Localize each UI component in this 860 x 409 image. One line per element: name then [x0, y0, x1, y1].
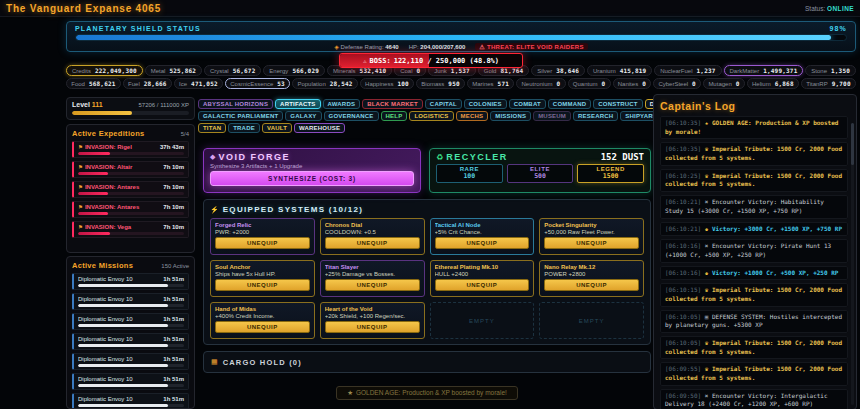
active-expeditions-panel: Active Expeditions 5/4 ⚑ INVASION: Rigel…	[66, 124, 195, 253]
tab[interactable]: GOVERNANCE	[324, 111, 379, 121]
log-entry-icon: ♛	[705, 145, 709, 152]
hull-points: HP: 204,000/207,600	[409, 44, 466, 50]
recycle-option-button[interactable]: ELITE 500	[507, 164, 574, 183]
tab[interactable]: COLONIES	[464, 99, 507, 109]
equipment-card: Heart of the Void +20k Shield, +100 Rege…	[320, 302, 425, 339]
log-entry: [06:10:35] ★ GOLDEN AGE: Production & XP…	[660, 116, 848, 139]
recycle-option-button[interactable]: RARE 100	[436, 164, 503, 183]
resource-chip: Silver 38,646	[531, 65, 585, 76]
boss-health-bar: ⚠ BOSS: 122,110 / 250,000 (48.8%)	[339, 53, 523, 68]
tab[interactable]: CAPITAL	[425, 99, 462, 109]
warning-icon: ⚠	[363, 57, 367, 64]
log-entry-icon: ✖	[705, 242, 709, 249]
tab[interactable]: BLACK MARKET	[362, 99, 423, 109]
tab[interactable]: CONSTRUCT	[593, 99, 642, 109]
tab[interactable]: GALAXY	[285, 111, 321, 121]
unequip-button[interactable]: UNEQUIP	[325, 321, 420, 333]
unequip-button[interactable]: UNEQUIP	[544, 237, 639, 249]
log-entry: [06:10:21] ♚ Victory: +3000 Cr, +1500 XP…	[660, 222, 848, 237]
log-entry-icon: ♛	[705, 365, 709, 372]
expedition-item: ⚑ INVASION: Vega 7h 10m	[72, 221, 189, 238]
expedition-progress	[78, 192, 184, 195]
equipment-card: Chronos Dial COOLDOWN: +0.5 UNEQUIP	[320, 218, 425, 255]
mission-item: Diplomatic Envoy 10 1h 51m	[72, 353, 189, 370]
tab[interactable]: TRADE	[228, 123, 260, 133]
shield-title: PLANETARY SHIELD STATUS	[75, 25, 201, 32]
synthesize-button[interactable]: SYNTHESIZE (COST: 3)	[210, 171, 414, 186]
unequip-button[interactable]: UNEQUIP	[435, 237, 530, 249]
mission-progress	[78, 284, 184, 287]
resource-chip: DarkMatter 1,499,371	[724, 65, 804, 76]
status-value: ONLINE	[827, 5, 854, 12]
tab[interactable]: LOGISTICS	[409, 111, 453, 121]
expedition-item: ⚑ INVASION: Altair 7h 10m	[72, 161, 189, 178]
expeditions-count: 5/4	[181, 131, 189, 137]
empty-slot: EMPTY	[539, 302, 644, 339]
tab[interactable]: COMBAT	[509, 99, 546, 109]
xp-bar	[72, 111, 189, 115]
tab[interactable]: ARTIFACTS	[275, 99, 320, 109]
tab[interactable]: WAREHOUSE	[294, 123, 345, 133]
unequip-button[interactable]: UNEQUIP	[544, 279, 639, 291]
expedition-item: ⚑ INVASION: Antares 7h 10m	[72, 201, 189, 218]
log-scrollbar-thumb[interactable]	[851, 123, 854, 165]
level-panel: Level 111 57206 / 111000 XP	[66, 97, 195, 120]
unequip-button[interactable]: UNEQUIP	[325, 237, 420, 249]
mission-item: Diplomatic Envoy 10 1h 51m	[72, 293, 189, 310]
tab[interactable]: MECHS	[456, 111, 489, 121]
resource-chip: Biomass 950	[416, 78, 465, 89]
resource-chip: Crystal 56,672	[204, 65, 261, 76]
log-title: Captain's Log	[660, 100, 848, 112]
recycle-option-button[interactable]: LEGEND 1500	[577, 164, 644, 183]
void-forge-panel: ◆ VOID FORGE Synthesize 3 Artifacts + 1 …	[203, 148, 421, 193]
tab[interactable]: RESEARCH	[573, 111, 618, 121]
tab[interactable]: HELP	[381, 111, 408, 121]
mission-item: Diplomatic Envoy 10 1h 51m	[72, 373, 189, 390]
main-content: ◆ VOID FORGE Synthesize 3 Artifacts + 1 …	[203, 148, 651, 400]
mission-progress	[78, 344, 184, 347]
unequip-button[interactable]: UNEQUIP	[215, 279, 310, 291]
tab[interactable]: COMMAND	[548, 99, 591, 109]
resource-chip: NuclearFuel 1,237	[654, 65, 721, 76]
equipment-card: Tactical AI Node +5% Crit Chance. UNEQUI…	[430, 218, 535, 255]
log-entry-icon: ♛	[705, 339, 709, 346]
recycle-icon: ♻	[436, 153, 443, 162]
tab[interactable]: MISSIONS	[490, 111, 531, 121]
tab-bar: ABYSSAL HORIZONS ARTIFACTS AWARDS BLACK …	[198, 99, 654, 135]
tab[interactable]: TITAN	[198, 123, 226, 133]
unequip-button[interactable]: UNEQUIP	[215, 237, 310, 249]
unequip-button[interactable]: UNEQUIP	[325, 279, 420, 291]
invasion-flag-icon: ⚑	[78, 164, 83, 170]
unequip-button[interactable]: UNEQUIP	[435, 279, 530, 291]
tab-row-1: ABYSSAL HORIZONS ARTIFACTS AWARDS BLACK …	[198, 99, 654, 109]
resource-chip: Marines 571	[467, 78, 514, 89]
tab[interactable]: GALACTIC PARLIAMENT	[198, 111, 283, 121]
log-entry: [06:09:50] ✖ Encounter Victory: Intergal…	[660, 389, 848, 409]
tab[interactable]: MUSEUM	[533, 111, 571, 121]
log-entry-icon: ♛	[705, 172, 709, 179]
equipped-title: EQUIPPED SYSTEMS (10/12)	[223, 205, 364, 214]
tab[interactable]: VAULT	[262, 123, 292, 133]
resource-chip: CyberSteel 0	[653, 78, 701, 89]
expedition-progress	[78, 172, 184, 175]
cargo-hold-panel: ▦ CARGO HOLD (0)	[203, 351, 651, 373]
log-scrollbar[interactable]	[851, 123, 854, 405]
invasion-flag-icon: ⚑	[78, 144, 83, 150]
missions-title: Active Missions	[72, 261, 133, 270]
empty-slot: EMPTY	[430, 302, 535, 339]
mission-item: Diplomatic Envoy 10 1h 51m	[72, 273, 189, 290]
expeditions-title: Active Expeditions	[72, 129, 145, 138]
log-entry-icon: ✖	[705, 392, 709, 399]
tab[interactable]: AWARDS	[323, 99, 361, 109]
golden-age-row: ★GOLDEN AGE: Production & XP boosted by …	[203, 381, 651, 400]
mission-item: Diplomatic Envoy 10 1h 51m	[72, 393, 189, 409]
tab[interactable]: ABYSSAL HORIZONS	[198, 99, 273, 109]
shield-percent: 98%	[829, 25, 847, 32]
log-entry-icon: ★	[705, 119, 709, 126]
log-entry-icon: ▣	[705, 313, 709, 320]
equipment-card: Forged Relic PWR: +2000 UNEQUIP	[210, 218, 315, 255]
unequip-button[interactable]: UNEQUIP	[215, 321, 310, 333]
lightning-icon: ⚡	[210, 206, 219, 214]
game-root: The Vanguard Expanse 4065 Status: ONLINE…	[0, 0, 860, 409]
equipment-card: Ethereal Plating Mk.10 HULL +2400 UNEQUI…	[430, 260, 535, 297]
